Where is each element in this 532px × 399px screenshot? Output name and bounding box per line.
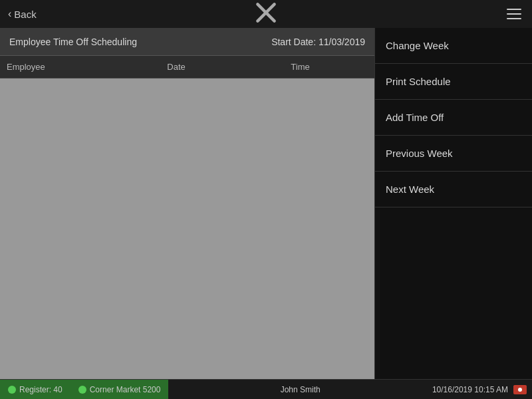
sidebar-item-next-week[interactable]: Next Week [375,172,532,207]
store-status: Corner Market 5200 [70,380,169,399]
user-label: John Smith [168,385,432,394]
store-label: Corner Market 5200 [90,385,161,394]
top-nav-bar: ‹ Back [0,0,532,28]
hamburger-line-2 [507,13,521,15]
schedule-table-body [0,78,374,399]
back-arrow-icon: ‹ [8,8,11,20]
back-button[interactable]: ‹ Back [8,8,37,20]
register-status: Register: 40 [0,380,70,399]
store-status-dot [78,386,86,394]
date-column-header: Date [120,62,233,72]
column-headers: Employee Date Time [0,56,374,78]
hamburger-menu-button[interactable] [504,6,524,22]
register-label: Register: 40 [19,385,63,394]
sidebar-item-previous-week[interactable]: Previous Week [375,136,532,172]
hamburger-line-1 [507,9,521,10]
schedule-title: Employee Time Off Scheduling [9,37,137,47]
schedule-panel: Employee Time Off Scheduling Start Date:… [0,28,374,399]
schedule-header: Employee Time Off Scheduling Start Date:… [0,28,374,56]
sidebar-item-add-time-off[interactable]: Add Time Off [375,100,532,136]
right-sidebar: Change WeekPrint ScheduleAdd Time OffPre… [374,28,532,399]
datetime-label: 10/16/2019 10:15 AM [432,385,508,394]
employee-column-header: Employee [7,62,120,72]
back-label: Back [14,9,36,20]
alert-icon [513,385,527,394]
start-date-label: Start Date: 11/03/2019 [271,37,365,47]
status-bar: Register: 40 Corner Market 5200 John Smi… [0,379,532,399]
app-logo [254,1,278,27]
sidebar-item-print-schedule[interactable]: Print Schedule [375,64,532,100]
hamburger-line-3 [507,18,521,19]
main-content: Employee Time Off Scheduling Start Date:… [0,28,532,399]
register-status-dot [8,386,16,394]
time-column-header: Time [233,62,368,72]
sidebar-item-change-week[interactable]: Change Week [375,28,532,64]
